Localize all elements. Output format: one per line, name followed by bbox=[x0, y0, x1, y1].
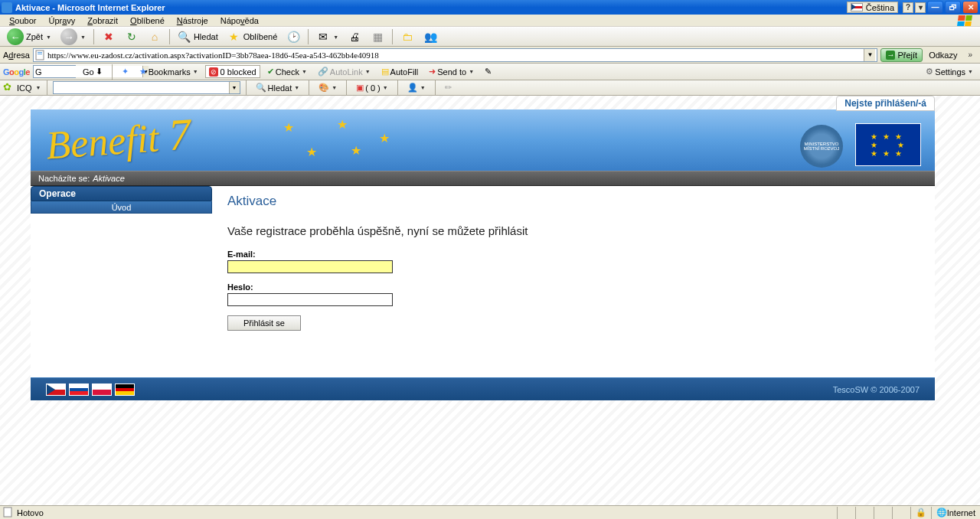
menu-file[interactable]: Soubor bbox=[3, 16, 42, 25]
google-toolbar: Google ▼ Go ⬇ ✦ ★Bookmarks▼ ⊘0 blocked ✔… bbox=[0, 64, 980, 80]
google-autofill-button[interactable]: ▤AutoFill bbox=[377, 65, 423, 79]
print-button[interactable]: 🖨 bbox=[344, 28, 365, 45]
address-dropdown[interactable]: ▼ bbox=[864, 49, 875, 61]
icq-count-button[interactable]: ▣( 0 )▼ bbox=[352, 81, 392, 95]
status-main: Hotovo bbox=[0, 507, 837, 519]
search-button[interactable]: 🔍Hledat bbox=[174, 28, 222, 45]
minimize-button[interactable]: — bbox=[927, 1, 943, 14]
separator bbox=[435, 80, 436, 96]
google-options-button[interactable]: ✎ bbox=[481, 65, 495, 79]
flag-cz[interactable] bbox=[46, 384, 66, 396]
icq-toolbar: ICQ▼ ▼ 🔍Hledat▼ 🎨▼ ▣( 0 )▼ 👤▼ ✏ bbox=[0, 80, 980, 96]
icq-search-button[interactable]: 🔍Hledat▼ bbox=[252, 81, 304, 95]
address-input[interactable] bbox=[47, 51, 864, 60]
page-header: Benefit 7 ★ ★ ★ ★ ★ MINISTERSTVOMÍSTNÍ R… bbox=[31, 109, 935, 171]
separator bbox=[309, 80, 309, 96]
menu-favorites[interactable]: Oblíbené bbox=[124, 16, 171, 25]
windows-logo-icon bbox=[952, 15, 977, 27]
google-bookmarks-button[interactable]: ★Bookmarks▼ bbox=[136, 65, 202, 79]
mail-button[interactable]: ✉▼ bbox=[312, 28, 342, 45]
google-sendto-button[interactable]: ➜Send to▼ bbox=[425, 65, 478, 79]
restore-button[interactable]: 🗗 bbox=[945, 1, 961, 14]
link-icon: 🔗 bbox=[318, 67, 328, 77]
icq-tool1-button[interactable]: 🎨▼ bbox=[315, 81, 341, 95]
navigation-toolbar: ← Zpět ▼ → ▼ ✖ ↻ ⌂ 🔍Hledat ★Oblíbené 🕑 ✉… bbox=[0, 27, 980, 47]
edit-doc-icon: ▦ bbox=[371, 30, 384, 44]
go-arrow-icon: → bbox=[886, 51, 895, 60]
menu-edit[interactable]: Úpravy bbox=[42, 16, 81, 25]
language-label: Čeština bbox=[866, 3, 894, 12]
block-icon: ⊘ bbox=[209, 67, 218, 77]
page-title: Aktivace bbox=[227, 194, 920, 209]
status-bar: Hotovo 🔒 🌐 Internet bbox=[0, 505, 980, 519]
separator bbox=[392, 29, 393, 44]
google-star-button[interactable]: ✦ bbox=[118, 65, 132, 79]
status-cell bbox=[874, 507, 892, 519]
refresh-button[interactable]: ↻ bbox=[121, 28, 142, 45]
icq-search-wrap[interactable]: ▼ bbox=[53, 81, 240, 94]
back-label: Zpět bbox=[26, 32, 43, 41]
lang-options-button[interactable]: ▾ bbox=[915, 2, 926, 13]
chevron-down-icon[interactable]: ▼ bbox=[36, 85, 41, 90]
chevron-down-icon[interactable]: ▼ bbox=[229, 82, 240, 93]
close-button[interactable]: ✕ bbox=[962, 1, 978, 14]
search-icon: 🔍 bbox=[178, 30, 191, 44]
messenger-button[interactable]: 👥 bbox=[420, 28, 441, 45]
links-expand[interactable]: » bbox=[963, 51, 977, 59]
breadcrumb-value: Aktivace bbox=[93, 174, 125, 183]
status-cell bbox=[892, 507, 910, 519]
search-label: Hledat bbox=[194, 32, 218, 41]
google-settings-button[interactable]: ⚙Settings▼ bbox=[922, 65, 977, 79]
google-blocked-counter[interactable]: ⊘0 blocked bbox=[205, 65, 260, 78]
history-button[interactable]: 🕑 bbox=[283, 28, 304, 45]
icq-search-input[interactable] bbox=[54, 82, 229, 93]
google-brand-select[interactable]: ▼ bbox=[33, 65, 76, 78]
address-bar: Adresa ▼ → Přejít Odkazy » bbox=[0, 47, 980, 64]
password-input[interactable] bbox=[227, 293, 393, 306]
go-button[interactable]: → Přejít bbox=[880, 48, 923, 62]
ie-icon bbox=[2, 2, 12, 13]
google-check-button[interactable]: ✔Check▼ bbox=[263, 65, 311, 79]
favorites-button[interactable]: ★Oblíbené bbox=[224, 28, 282, 45]
sidebar-item-uvod[interactable]: Úvod bbox=[31, 201, 212, 214]
folder-button[interactable]: 🗀 bbox=[397, 28, 418, 45]
lang-help-button[interactable]: ? bbox=[903, 2, 913, 13]
forward-button[interactable]: → ▼ bbox=[57, 28, 90, 45]
email-input[interactable] bbox=[227, 260, 393, 273]
window-title: Aktivace - Microsoft Internet Explorer bbox=[15, 3, 165, 12]
stop-icon: ✖ bbox=[102, 30, 116, 44]
star-icon: ★ bbox=[351, 143, 361, 158]
page-footer: TescoSW © 2006-2007 bbox=[31, 377, 935, 400]
menu-view[interactable]: Zobrazit bbox=[81, 16, 124, 25]
star-icon: ★ bbox=[283, 120, 294, 135]
icq-person-button[interactable]: 👤▼ bbox=[403, 81, 430, 95]
google-autolink-button: 🔗AutoLink▼ bbox=[314, 65, 374, 79]
zone-label: Internet bbox=[947, 508, 975, 517]
links-label[interactable]: Odkazy bbox=[926, 51, 960, 60]
flag-de[interactable] bbox=[115, 384, 135, 396]
breadcrumb: Nacházíte se: Aktivace bbox=[31, 171, 935, 186]
folder-icon: 🗀 bbox=[400, 30, 414, 44]
google-logo[interactable]: Google bbox=[3, 67, 30, 77]
benefit-logo: Benefit 7 bbox=[44, 109, 192, 170]
highlight-icon: ✏ bbox=[445, 83, 452, 93]
window-titlebar: Aktivace - Microsoft Internet Explorer Č… bbox=[0, 0, 980, 15]
flag-sk[interactable] bbox=[69, 384, 89, 396]
flag-pl[interactable] bbox=[92, 384, 112, 396]
back-button[interactable]: ← Zpět ▼ bbox=[3, 28, 55, 45]
edit-button[interactable]: ▦ bbox=[367, 28, 388, 45]
stop-button[interactable]: ✖ bbox=[98, 28, 119, 45]
home-button[interactable]: ⌂ bbox=[144, 28, 165, 45]
svg-rect-1 bbox=[38, 52, 42, 53]
address-input-wrap[interactable]: ▼ bbox=[33, 48, 878, 62]
star-icon: ★ bbox=[337, 117, 348, 132]
sidebar: Operace Úvod bbox=[31, 186, 212, 214]
menu-help[interactable]: Nápověda bbox=[214, 16, 265, 25]
menu-tools[interactable]: Nástroje bbox=[171, 16, 214, 25]
login-button[interactable]: Přihlásit se bbox=[227, 315, 301, 331]
google-go-button[interactable]: Go ⬇ bbox=[79, 65, 106, 79]
icq-highlight-button: ✏ bbox=[441, 81, 456, 95]
language-indicator[interactable]: Čeština bbox=[847, 2, 898, 13]
icq-icon[interactable] bbox=[3, 83, 14, 93]
page-viewport: Nejste přihlášen/-á Benefit 7 ★ ★ ★ ★ ★ … bbox=[0, 96, 980, 505]
